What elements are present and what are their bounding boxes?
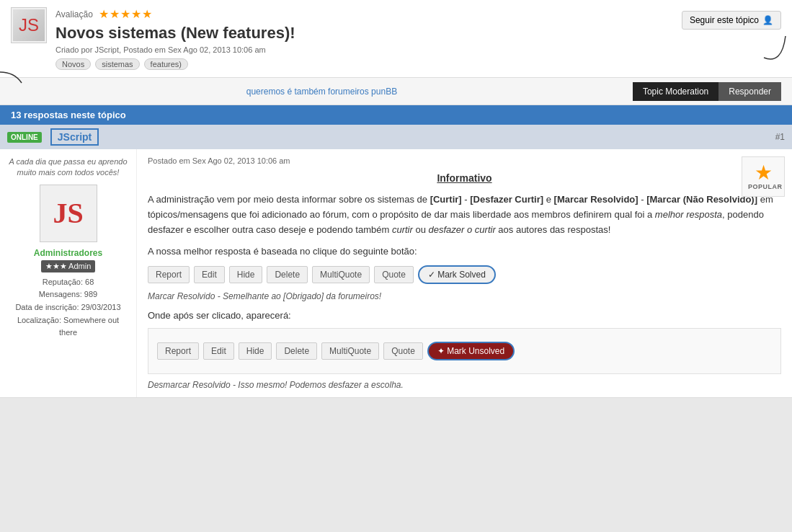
body-desfazer2: desfazer o curtir (429, 224, 496, 235)
topic-header: JS Avaliação ★★★★★ Novos sistemas (New f… (0, 0, 792, 78)
topic-info: Avaliação ★★★★★ Novos sistemas (New feat… (55, 7, 781, 70)
quote-button[interactable]: Quote (374, 266, 414, 283)
unsolved-box: Report Edit Hide Delete MultiQuote Quote… (148, 328, 781, 374)
post-number: #1 (775, 132, 785, 142)
user-stats: Reputação: 68 Mensagens: 989 Data de ins… (7, 276, 129, 340)
user-group: Administradores (7, 248, 129, 258)
delete-button[interactable]: Delete (267, 266, 308, 283)
topic-moderation-button[interactable]: Topic Moderation (633, 82, 718, 101)
follow-button-label: Seguir este tópico (690, 15, 759, 25)
body-curtir: [Curtir] (430, 194, 462, 205)
follow-button[interactable]: Seguir este tópico 👤 (682, 11, 781, 30)
mark-unsolved-button[interactable]: ✦ Mark Unsolved (427, 342, 515, 360)
stat-data: Data de inscrição: 29/03/2013 (7, 301, 129, 314)
body-curtir2: curtir (392, 224, 413, 235)
post-container: ONLINE JScript #1 A cada dia que passa e… (0, 125, 792, 398)
donde-text: Onde após ser clicado, aparecerá: (148, 310, 781, 321)
stat-localizacao: Localização: Somewhere out there (7, 314, 129, 340)
post-title: Informativo (148, 172, 781, 184)
stat-mensagens: Mensagens: 989 (7, 288, 129, 301)
sidebar-quote: A cada dia que passa eu aprendo muito ma… (7, 156, 129, 179)
edit-button-2[interactable]: Edit (203, 342, 234, 360)
tag-features[interactable]: features) (144, 58, 188, 70)
tag-novos[interactable]: Novos (55, 58, 91, 70)
body-ou: ou (413, 224, 429, 235)
user-rank: ★★★ Admin (41, 260, 96, 272)
multiquote-button[interactable]: MultiQuote (312, 266, 370, 283)
body-marcar: [Marcar Resolvido] (554, 194, 639, 205)
online-badge: ONLINE (7, 132, 42, 143)
mark-solved-note: Marcar Resolvido - Semelhante ao [Obriga… (148, 291, 781, 301)
nav-right: Topic Moderation Responder (633, 82, 781, 101)
topic-avatar: JS (11, 7, 47, 43)
body-desfazer: [Desfazer Curtir] (470, 194, 543, 205)
tag-sistemas[interactable]: sistemas (95, 58, 139, 70)
hide-button[interactable]: Hide (229, 266, 263, 283)
post-header: ONLINE JScript #1 (0, 125, 792, 149)
body-nao: [Marcar (Não Resolvido)] (646, 194, 757, 205)
post-date: Postado em Sex Ago 02, 2013 10:06 am (148, 156, 781, 165)
nav-link[interactable]: queremos é também forumeiros punBB (11, 87, 633, 97)
nav-bar: queremos é também forumeiros punBB Topic… (0, 78, 792, 105)
multiquote-button-2[interactable]: MultiQuote (321, 342, 379, 360)
responder-button[interactable]: Responder (718, 82, 781, 101)
username-link[interactable]: JScript (50, 128, 99, 146)
topic-meta: Criado por JScript, Postado em Sex Ago 0… (55, 45, 781, 54)
rating-stars: ★★★★★ (99, 7, 153, 21)
body-p1: A administração vem por meio desta infor… (148, 194, 430, 205)
actions-row-1: Report Edit Hide Delete MultiQuote Quote… (148, 265, 781, 284)
popular-label: POPULAR (748, 183, 778, 190)
body-e: e (543, 194, 553, 205)
popular-star-icon: ★ (748, 163, 778, 183)
body-dash2: - (639, 194, 647, 205)
edit-button[interactable]: Edit (194, 266, 225, 283)
body-dash1: - (462, 194, 471, 205)
post-text: A administração vem por meio desta infor… (148, 192, 781, 237)
tags-row: Novos sistemas features) (55, 58, 781, 70)
actions-row-2: Report Edit Hide Delete MultiQuote Quote… (157, 342, 772, 360)
avatar-image: JS (13, 9, 45, 41)
follow-icon: 👤 (762, 15, 773, 25)
delete-button-2[interactable]: Delete (276, 342, 317, 360)
report-button[interactable]: Report (148, 266, 190, 283)
desmarcar-note: Desmarcar Resolvido - Isso mesmo! Podemo… (148, 380, 781, 390)
post-content: ★ POPULAR Postado em Sex Ago 02, 2013 10… (137, 149, 792, 397)
quote-button-2[interactable]: Quote (383, 342, 423, 360)
post-body: A cada dia que passa eu aprendo muito ma… (0, 149, 792, 397)
topic-title: Novos sistemas (New features)! (55, 24, 781, 43)
report-button-2[interactable]: Report (157, 342, 199, 360)
post-sidebar: A cada dia que passa eu aprendo muito ma… (0, 149, 137, 397)
stat-reputacao: Reputação: 68 (7, 276, 129, 289)
replies-bar: 13 respostas neste tópico (0, 105, 792, 125)
body-p4: aos autores das respostas! (496, 224, 611, 235)
best-answer-intro: A nossa melhor resposta é baseada no cli… (148, 246, 781, 257)
user-avatar: JS (40, 185, 97, 242)
mark-solved-button[interactable]: ✓ Mark Solved (418, 265, 496, 284)
body-melhor: melhor resposta (655, 209, 722, 220)
hide-button-2[interactable]: Hide (239, 342, 272, 360)
popular-badge: ★ POPULAR (742, 156, 785, 197)
rating-label: Avaliação (55, 9, 93, 19)
replies-count: 13 respostas neste tópico (11, 110, 126, 120)
